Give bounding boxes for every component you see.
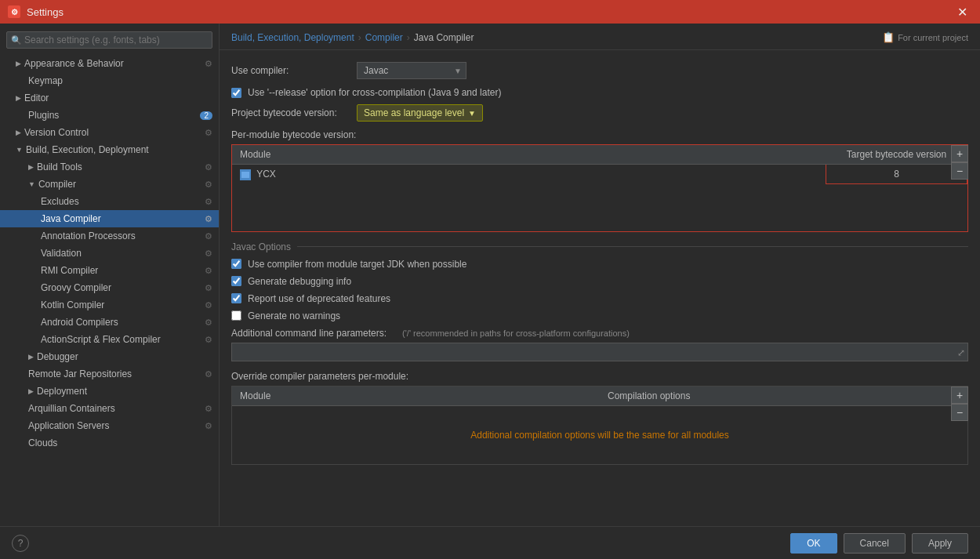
bytecode-version-label: Project bytecode version:	[231, 107, 349, 118]
sidebar-item-arquillian[interactable]: Arquillian Containers ⚙	[0, 400, 219, 417]
release-option-row: Use '--release' option for cross-compila…	[231, 87, 968, 98]
sidebar-item-plugins[interactable]: Plugins 2	[0, 107, 219, 124]
breadcrumb-part-2[interactable]: Compiler	[365, 32, 403, 43]
javac-option-4-label[interactable]: Generate no warnings	[248, 310, 340, 321]
javac-option-2-label[interactable]: Generate debugging info	[248, 276, 351, 287]
release-option-label[interactable]: Use '--release' option for cross-compila…	[248, 87, 501, 98]
sidebar-item-keymap[interactable]: Keymap	[0, 72, 219, 89]
breadcrumb-current: Java Compiler	[414, 32, 474, 43]
override-label: Override compiler parameters per-module:	[231, 371, 408, 382]
javac-checkbox-2[interactable]	[231, 276, 241, 286]
sidebar-item-rmi-compiler[interactable]: RMI Compiler ⚙	[0, 262, 219, 279]
sidebar-item-clouds[interactable]: Clouds	[0, 434, 219, 452]
use-compiler-row: Use compiler: Javac Eclipse Ajc ▼	[231, 62, 968, 79]
app-icon: ⚙	[8, 5, 20, 18]
sidebar-item-java-compiler[interactable]: Java Compiler ⚙	[0, 210, 219, 227]
expand-icon: ▼	[28, 180, 35, 188]
add-override-button[interactable]: +	[951, 387, 968, 404]
settings-icon: ⚙	[205, 283, 212, 293]
sidebar-item-label: Plugins	[28, 110, 59, 121]
expand-icon: ▶	[16, 129, 21, 136]
content-area: Build, Execution, Deployment › Compiler …	[220, 24, 980, 526]
sidebar-item-label: Arquillian Containers	[28, 403, 115, 414]
override-table-container: Module Compilation options Additional co…	[231, 386, 968, 465]
override-module-header: Module	[232, 387, 600, 406]
sidebar-item-label: Debugger	[37, 351, 78, 362]
help-button[interactable]: ?	[12, 535, 29, 552]
table-row: YCX 8	[232, 165, 967, 184]
override-options-header: Compilation options	[600, 387, 967, 406]
apply-button[interactable]: Apply	[912, 533, 968, 554]
search-box[interactable]: 🔍	[6, 31, 212, 49]
title-bar: ⚙ Settings ✕	[0, 0, 980, 24]
expand-button[interactable]: ⤢	[956, 346, 967, 360]
sidebar-item-build-exec-deploy[interactable]: ▼ Build, Execution, Deployment	[0, 141, 219, 158]
sidebar-item-kotlin-compiler[interactable]: Kotlin Compiler ⚙	[0, 296, 219, 314]
javac-option-3-label[interactable]: Report use of deprecated features	[248, 293, 390, 304]
additional-params-label: Additional command line parameters:	[231, 328, 387, 339]
remove-module-button[interactable]: −	[951, 162, 968, 180]
settings-icon: ⚙	[205, 369, 212, 379]
sidebar-item-deployment[interactable]: ▶ Deployment	[0, 383, 219, 400]
settings-icon: ⚙	[205, 180, 212, 190]
settings-icon: ⚙	[205, 231, 212, 241]
ok-button[interactable]: OK	[790, 533, 837, 554]
sidebar-item-label: Java Compiler	[41, 213, 101, 224]
sidebar-item-label: Compiler	[38, 179, 76, 190]
module-version-value: 8	[894, 169, 899, 180]
bytecode-dropdown[interactable]: Same as language level ▼	[357, 104, 483, 122]
cancel-button[interactable]: Cancel	[844, 533, 906, 554]
sidebar-item-label: Kotlin Compiler	[41, 299, 104, 310]
sidebar-item-label: Remote Jar Repositories	[28, 368, 132, 379]
override-label-row: Override compiler parameters per-module:	[231, 371, 968, 382]
breadcrumb-part-1[interactable]: Build, Execution, Deployment	[231, 32, 354, 43]
sidebar-item-build-tools[interactable]: ▶ Build Tools ⚙	[0, 158, 219, 176]
breadcrumb-sep-1: ›	[358, 32, 361, 43]
per-module-label: Per-module bytecode version:	[231, 129, 356, 140]
sidebar-item-debugger[interactable]: ▶ Debugger	[0, 348, 219, 365]
sidebar-item-remote-jar[interactable]: Remote Jar Repositories ⚙	[0, 365, 219, 383]
sidebar-item-label: Excludes	[41, 196, 79, 207]
module-icon	[240, 169, 251, 180]
module-table-controls: + −	[951, 145, 968, 180]
javac-checkbox-1[interactable]	[231, 259, 241, 269]
settings-icon: ⚙	[205, 318, 212, 328]
sidebar-item-appearance[interactable]: ▶ Appearance & Behavior ⚙	[0, 55, 219, 72]
release-checkbox[interactable]	[231, 88, 241, 98]
sidebar-item-label: Clouds	[28, 437, 57, 448]
settings-icon: ⚙	[205, 249, 212, 259]
javac-checkbox-4[interactable]	[231, 310, 241, 321]
sidebar-item-groovy-compiler[interactable]: Groovy Compiler ⚙	[0, 279, 219, 296]
dropdown-arrow-icon: ▼	[468, 109, 476, 118]
override-table-empty-row: Additional compilation options will be t…	[232, 405, 967, 464]
sidebar-item-version-control[interactable]: ▶ Version Control ⚙	[0, 124, 219, 141]
javac-checkbox-3[interactable]	[231, 293, 241, 303]
sidebar-item-label: Build, Execution, Deployment	[26, 144, 149, 155]
remove-override-button[interactable]: −	[951, 404, 968, 421]
sidebar-item-editor[interactable]: ▶ Editor	[0, 89, 219, 107]
search-input[interactable]	[6, 31, 212, 49]
add-module-button[interactable]: +	[951, 145, 968, 162]
sidebar-item-android-compilers[interactable]: Android Compilers ⚙	[0, 314, 219, 331]
settings-icon: ⚙	[205, 128, 212, 138]
additional-params-input[interactable]	[231, 343, 968, 361]
module-version-cell[interactable]: 8	[826, 165, 967, 184]
sidebar-item-label: RMI Compiler	[41, 265, 98, 276]
compiler-select-wrapper[interactable]: Javac Eclipse Ajc ▼	[357, 62, 466, 79]
compiler-select[interactable]: Javac Eclipse Ajc	[357, 62, 466, 79]
module-table: Module Target bytecode version YCX 8	[232, 145, 967, 231]
sidebar-item-annotation-processors[interactable]: Annotation Processors ⚙	[0, 227, 219, 245]
sidebar-item-validation[interactable]: Validation ⚙	[0, 245, 219, 262]
sidebar-item-excludes[interactable]: Excludes ⚙	[0, 193, 219, 210]
bytecode-value: Same as language level	[364, 107, 464, 118]
close-button[interactable]: ✕	[953, 3, 972, 21]
javac-option-1-label[interactable]: Use compiler from module target JDK when…	[248, 259, 466, 270]
sidebar-item-compiler[interactable]: ▼ Compiler ⚙	[0, 176, 219, 193]
javac-option-4-row: Generate no warnings	[231, 310, 968, 321]
sidebar-item-label: Editor	[24, 93, 49, 103]
sidebar-item-application-servers[interactable]: Application Servers ⚙	[0, 417, 219, 434]
settings-icon: ⚙	[205, 266, 212, 276]
settings-icon: ⚙	[205, 421, 212, 431]
expand-icon: ▶	[28, 163, 34, 171]
sidebar-item-actionscript-flex[interactable]: ActionScript & Flex Compiler ⚙	[0, 331, 219, 348]
